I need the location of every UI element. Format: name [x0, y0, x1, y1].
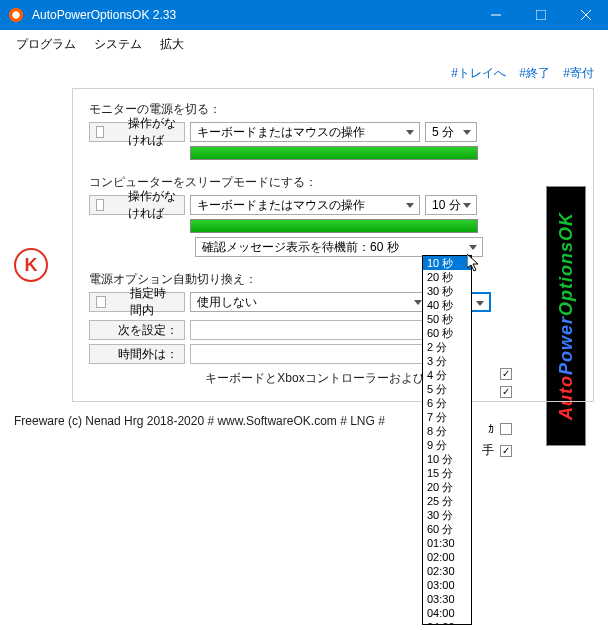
close-button[interactable]	[563, 0, 608, 30]
menu-expand[interactable]: 拡大	[152, 34, 192, 55]
no-operation-field[interactable]: 操作がなければ	[89, 122, 185, 142]
progress-bar	[190, 146, 478, 160]
main-panel: モニターの電源を切る： 操作がなければ キーボードまたはマウスの操作 5 分 コ…	[72, 88, 594, 402]
mode-select[interactable]: 使用しない	[190, 292, 428, 312]
dropdown-item[interactable]: 4 分	[423, 368, 471, 382]
menu-system[interactable]: システム	[86, 34, 150, 55]
dropdown-item[interactable]: 2 分	[423, 340, 471, 354]
maximize-button[interactable]	[518, 0, 563, 30]
out-label: 時間外は：	[89, 344, 185, 364]
dropdown-item[interactable]: 03:30	[423, 592, 471, 606]
dropdown-item[interactable]: 10 分	[423, 452, 471, 466]
dropdown-item[interactable]: 30 秒	[423, 284, 471, 298]
dropdown-item[interactable]: 6 分	[423, 396, 471, 410]
app-logo-icon: K	[14, 248, 48, 282]
dropdown-item[interactable]: 7 分	[423, 410, 471, 424]
status-bar: Freeware (c) Nenad Hrg 2018-2020 # www.S…	[0, 402, 608, 440]
svg-rect-1	[536, 10, 546, 20]
dropdown-item[interactable]: 03:00	[423, 578, 471, 592]
dropdown-item[interactable]: 04:00	[423, 606, 471, 620]
progress-bar	[190, 219, 478, 233]
side-checkboxes: ✓ ✓ ｶ 手✓	[482, 368, 512, 459]
checkbox[interactable]: ✓	[500, 445, 512, 457]
dropdown-item[interactable]: 02:00	[423, 550, 471, 564]
dropdown-item[interactable]: 02:30	[423, 564, 471, 578]
minimize-button[interactable]	[473, 0, 518, 30]
link-exit[interactable]: #終了	[519, 66, 550, 80]
dropdown-item[interactable]: 25 分	[423, 494, 471, 508]
checkbox[interactable]: ✓	[500, 368, 512, 380]
dropdown-item[interactable]: 50 秒	[423, 312, 471, 326]
dropdown-item[interactable]: 40 秒	[423, 298, 471, 312]
trigger-select[interactable]: キーボードまたはマウスの操作	[190, 195, 420, 215]
app-icon	[8, 7, 24, 23]
dropdown-item[interactable]: 5 分	[423, 382, 471, 396]
next-value[interactable]	[190, 320, 428, 340]
link-tray[interactable]: #トレイへ	[451, 66, 506, 80]
trigger-select[interactable]: キーボードまたはマウスの操作	[190, 122, 420, 142]
checkbox[interactable]	[500, 423, 512, 435]
section-power-auto: 電源オプション自動切り換え： 指定時間内 使用しない 10 秒 次を設定： 時間…	[89, 271, 577, 364]
dropdown-item[interactable]: 01:30	[423, 536, 471, 550]
menu-program[interactable]: プログラム	[8, 34, 84, 55]
menubar: プログラム システム 拡大	[0, 30, 608, 59]
dropdown-item[interactable]: 10 秒	[423, 256, 471, 270]
dropdown-item[interactable]: 8 分	[423, 424, 471, 438]
dropdown-item[interactable]: 20 分	[423, 480, 471, 494]
window-title: AutoPowerOptionsOK 2.33	[32, 8, 473, 22]
delay-select[interactable]: 10 分	[425, 195, 477, 215]
out-value[interactable]	[190, 344, 428, 364]
interval-dropdown[interactable]: 10 秒20 秒30 秒40 秒50 秒60 秒2 分3 分4 分5 分6 分7…	[422, 255, 472, 625]
linkbar: #トレイへ #終了 #寄付	[0, 59, 608, 88]
dropdown-item[interactable]: 04:30	[423, 620, 471, 625]
titlebar: AutoPowerOptionsOK 2.33	[0, 0, 608, 30]
within-time-field[interactable]: 指定時間内	[89, 292, 185, 312]
dropdown-item[interactable]: 60 分	[423, 522, 471, 536]
dropdown-item[interactable]: 3 分	[423, 354, 471, 368]
dropdown-item[interactable]: 30 分	[423, 508, 471, 522]
checkbox[interactable]: ✓	[500, 386, 512, 398]
delay-select[interactable]: 5 分	[425, 122, 477, 142]
dropdown-item[interactable]: 15 分	[423, 466, 471, 480]
dropdown-item[interactable]: 60 秒	[423, 326, 471, 340]
next-label: 次を設定：	[89, 320, 185, 340]
section-monitor-off: モニターの電源を切る： 操作がなければ キーボードまたはマウスの操作 5 分	[89, 101, 577, 160]
confirm-select[interactable]: 確認メッセージ表示を待機前：60 秒	[195, 237, 483, 257]
dropdown-item[interactable]: 20 秒	[423, 270, 471, 284]
dropdown-item[interactable]: 9 分	[423, 438, 471, 452]
no-operation-field[interactable]: 操作がなければ	[89, 195, 185, 215]
link-donate[interactable]: #寄付	[563, 66, 594, 80]
section-sleep: コンピューターをスリープモードにする： 操作がなければ キーボードまたはマウスの…	[89, 174, 577, 257]
